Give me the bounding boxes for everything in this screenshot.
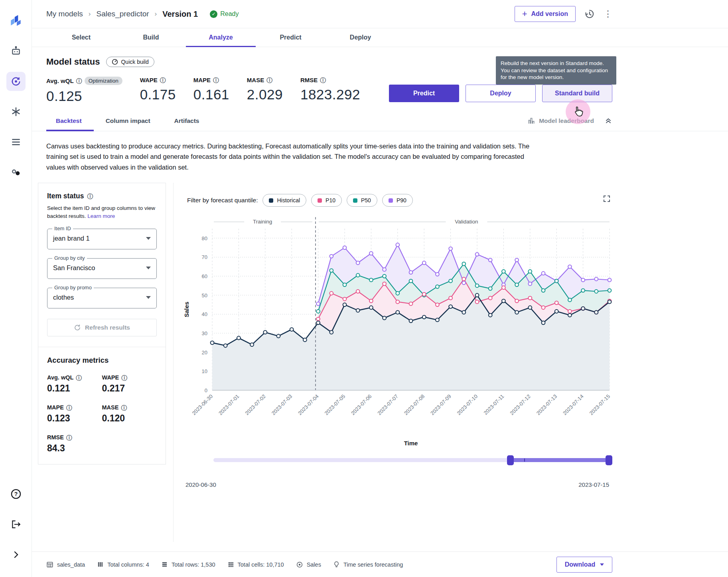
tab-select[interactable]: Select <box>46 28 116 47</box>
gauge-icon <box>112 59 118 65</box>
svg-text:Time: Time <box>404 440 418 447</box>
svg-text:2023-07-05: 2023-07-05 <box>323 393 346 417</box>
bar-chart-icon <box>527 117 535 125</box>
info-icon[interactable]: ⓘ <box>121 405 127 411</box>
slider-handle-right[interactable] <box>606 455 612 465</box>
history-icon <box>584 9 595 19</box>
model-status-section: Model status Quick build Avg. wQL ⓘ Opti… <box>32 47 728 108</box>
sidebar-item-my-models[interactable] <box>6 72 26 91</box>
download-button[interactable]: Download <box>556 557 612 573</box>
group-by-promo-select[interactable]: Group by promo clothes <box>47 288 157 308</box>
p10-dot-icon <box>318 198 322 203</box>
left-sidebar: ? <box>0 0 32 577</box>
group-by-city-select[interactable]: Group by city San Francisco <box>47 258 157 279</box>
info-icon[interactable]: ⓘ <box>160 77 166 83</box>
chevron-right-icon <box>11 550 21 559</box>
item-status-description: Select the item ID and group columns to … <box>47 204 157 220</box>
predict-button[interactable]: Predict <box>389 85 459 102</box>
sidebar-item-datasets[interactable] <box>6 132 26 152</box>
backtest-description: Canvas uses backtesting to produce accur… <box>32 131 654 180</box>
chip-p90[interactable]: P90 <box>382 194 413 207</box>
info-icon[interactable]: ⓘ <box>66 405 72 411</box>
chip-historical[interactable]: Historical <box>262 194 306 207</box>
group-promo-label: Group by promo <box>52 285 94 290</box>
problem-type: Time series forecasting <box>333 561 403 568</box>
slider-handle-left[interactable] <box>507 455 514 465</box>
sidebar-item-automations[interactable] <box>6 41 26 61</box>
svg-text:10: 10 <box>202 369 207 375</box>
info-icon[interactable]: ⓘ <box>266 77 272 83</box>
subtab-backtest[interactable]: Backtest <box>46 111 94 131</box>
columns-icon <box>97 561 104 568</box>
svg-text:2023-07-08: 2023-07-08 <box>403 393 426 417</box>
slider-selected-range[interactable] <box>510 458 609 462</box>
p90-dot-icon <box>389 198 393 203</box>
logout-button[interactable] <box>6 515 26 534</box>
subtab-artifacts[interactable]: Artifacts <box>162 111 211 131</box>
quick-build-badge: Quick build <box>106 57 154 67</box>
deploy-button[interactable]: Deploy <box>466 85 536 102</box>
more-menu-button[interactable]: ⋮ <box>604 9 612 19</box>
backtest-chart-panel: Filter by forecast quantile: Historical … <box>173 183 616 542</box>
chip-p10[interactable]: P10 <box>311 194 342 207</box>
total-columns: Total columns: 4 <box>97 561 149 568</box>
learn-more-link[interactable]: Learn more <box>87 213 115 219</box>
version-history-button[interactable] <box>584 9 595 19</box>
sidebar-item-generate[interactable] <box>6 102 26 121</box>
target-column: Sales <box>296 561 321 568</box>
breadcrumb-my-models[interactable]: My models <box>46 10 83 18</box>
svg-text:60: 60 <box>202 273 207 279</box>
svg-text:Sales: Sales <box>183 302 190 317</box>
list-icon <box>11 137 21 147</box>
tab-deploy[interactable]: Deploy <box>326 28 395 47</box>
svg-text:2023-07-13: 2023-07-13 <box>535 393 558 417</box>
info-icon[interactable]: ⓘ <box>121 375 127 381</box>
svg-text:Training: Training <box>253 219 272 225</box>
tab-build[interactable]: Build <box>116 28 186 47</box>
analysis-subtabs: Backtest Column impact Artifacts Model l… <box>32 111 728 131</box>
metric-mase: MASEⓘ 2.029 <box>247 77 283 103</box>
target-icon <box>296 561 303 568</box>
svg-text:2023-07-10: 2023-07-10 <box>456 393 479 417</box>
svg-text:2023-07-09: 2023-07-09 <box>429 393 452 417</box>
quantile-filter-row: Filter by forecast quantile: Historical … <box>182 194 616 207</box>
total-rows: Total rows: 1,530 <box>161 561 215 568</box>
slider-notch <box>524 458 525 462</box>
sidebar-item-compare[interactable] <box>6 163 26 182</box>
svg-text:2023-07-04: 2023-07-04 <box>297 393 320 417</box>
metric-rmse: RMSEⓘ 1823.292 <box>300 77 360 103</box>
add-version-button[interactable]: + Add version <box>515 6 576 22</box>
chip-p50[interactable]: P50 <box>347 194 377 207</box>
expand-sidebar-button[interactable] <box>6 545 26 564</box>
acc-metric-mase: MASEⓘ 0.120 <box>102 404 157 424</box>
dataset-name: sales_data <box>46 561 85 568</box>
acc-metric-rmse: RMSEⓘ 84.3 <box>47 434 102 454</box>
metric-avg-wql: Avg. wQL ⓘ Optimization 0.125 <box>46 77 122 104</box>
item-id-select[interactable]: Item ID jean brand 1 <box>47 229 157 249</box>
info-icon[interactable]: ⓘ <box>213 77 219 83</box>
table-icon <box>46 561 53 568</box>
svg-text:2023-07-14: 2023-07-14 <box>562 393 585 417</box>
info-icon[interactable]: ⓘ <box>76 375 82 381</box>
info-icon[interactable]: ⓘ <box>66 435 72 441</box>
svg-text:50: 50 <box>202 292 207 298</box>
historical-dot-icon <box>269 198 273 203</box>
fullscreen-button[interactable] <box>603 195 611 204</box>
info-icon[interactable]: ⓘ <box>76 78 82 84</box>
info-icon[interactable]: ⓘ <box>320 77 326 83</box>
collapse-panel-button[interactable] <box>604 116 612 126</box>
breadcrumb-model[interactable]: Sales_predictor <box>97 10 149 18</box>
svg-text:40: 40 <box>202 312 207 318</box>
tab-predict[interactable]: Predict <box>256 28 326 47</box>
canvas-logo-icon[interactable] <box>6 11 26 30</box>
svg-text:70: 70 <box>202 255 207 261</box>
breadcrumb: My models › Sales_predictor › Version 1 … <box>46 10 239 19</box>
dataset-footer: sales_data Total columns: 4 Total rows: … <box>32 551 728 577</box>
info-icon[interactable]: ⓘ <box>87 193 93 199</box>
plus-icon: + <box>522 10 527 18</box>
tab-analyze[interactable]: Analyze <box>186 28 256 47</box>
refresh-results-button[interactable]: Refresh results <box>47 319 157 336</box>
subtab-column-impact[interactable]: Column impact <box>94 111 162 131</box>
metric-wape: WAPEⓘ 0.175 <box>140 77 176 103</box>
help-button[interactable]: ? <box>6 484 26 504</box>
